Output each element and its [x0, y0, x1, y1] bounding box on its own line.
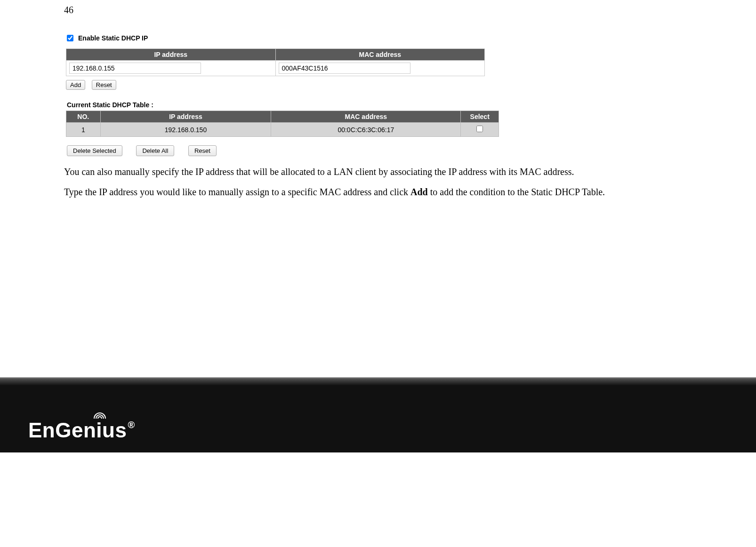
p2-part-c: to add the condition to the Static DHCP …	[428, 187, 605, 197]
delete-selected-button[interactable]: Delete Selected	[67, 145, 122, 156]
reset-button-2[interactable]: Reset	[188, 145, 217, 156]
body-text: You can also manually specify the IP add…	[64, 166, 685, 198]
page-number: 46	[64, 5, 695, 16]
row-select-checkbox[interactable]	[476, 126, 483, 132]
cell-ip: 192.168.0.150	[100, 123, 271, 137]
p2-part-a: Type the IP address you would like to ma…	[64, 187, 410, 197]
cell-mac: 00:0C:C6:3C:06:17	[271, 123, 461, 137]
th-no: NO.	[66, 111, 101, 123]
engenius-logo: EnGenius®	[28, 419, 134, 442]
paragraph-2: Type the IP address you would like to ma…	[64, 186, 685, 198]
wifi-arc-icon	[93, 409, 106, 420]
add-button[interactable]: Add	[66, 80, 85, 90]
logo-text-en: EnGen	[28, 419, 96, 442]
footer-bar: EnGenius®	[0, 377, 756, 452]
mac-address-input[interactable]	[279, 63, 410, 74]
trademark-icon: ®	[128, 420, 135, 430]
logo-text-i: i	[96, 419, 102, 442]
logo-text-us: us	[102, 419, 127, 442]
enable-static-dhcp-checkbox[interactable]	[67, 35, 73, 41]
delete-all-button[interactable]: Delete All	[136, 145, 174, 156]
th-mac: MAC address	[271, 111, 461, 123]
enable-static-dhcp-row: Enable Static DHCP IP	[67, 34, 695, 42]
entry-header-mac: MAC address	[275, 49, 485, 61]
entry-table: IP address MAC address	[66, 48, 485, 76]
th-select: Select	[461, 111, 499, 123]
reset-button[interactable]: Reset	[92, 80, 116, 90]
entry-buttons-row: Add Reset	[66, 80, 695, 90]
enable-static-dhcp-label: Enable Static DHCP IP	[78, 34, 148, 42]
action-buttons-row: Delete Selected Delete All Reset	[67, 145, 695, 156]
cell-select	[461, 123, 499, 137]
table-row: 1 192.168.0.150 00:0C:C6:3C:06:17	[66, 123, 499, 137]
static-dhcp-table: NO. IP address MAC address Select 1 192.…	[66, 111, 499, 137]
p2-part-b-bold: Add	[410, 187, 428, 197]
current-static-dhcp-heading: Current Static DHCP Table :	[67, 101, 695, 109]
cell-no: 1	[66, 123, 101, 137]
entry-header-ip: IP address	[66, 49, 276, 61]
paragraph-1: You can also manually specify the IP add…	[64, 166, 685, 178]
ip-address-input[interactable]	[69, 63, 201, 74]
th-ip: IP address	[100, 111, 271, 123]
